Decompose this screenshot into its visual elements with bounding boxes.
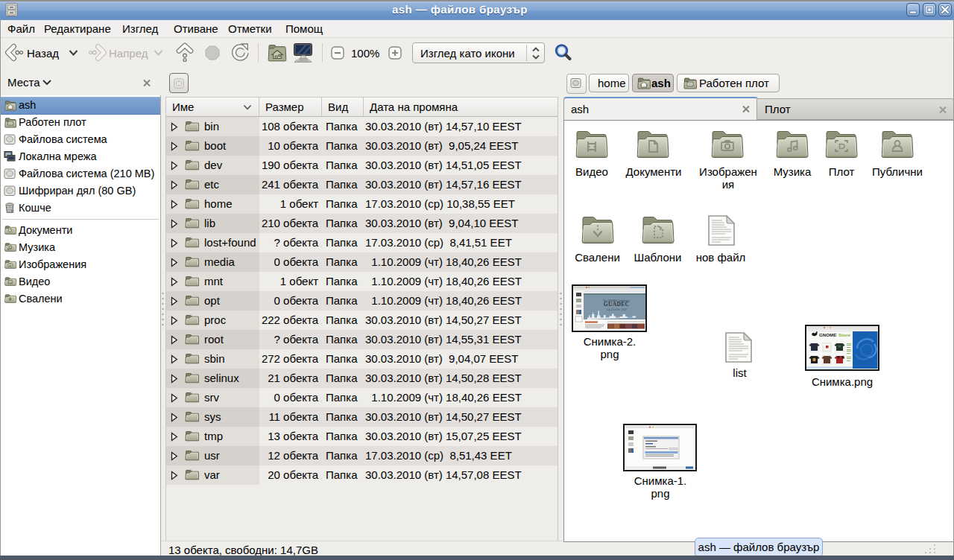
svg-text:July 24-30th, 2010: July 24-30th, 2010 xyxy=(606,308,627,311)
svg-text:GUADEC: GUADEC xyxy=(604,301,629,308)
svg-text:GNOME: GNOME xyxy=(819,332,836,337)
svg-text:Store: Store xyxy=(838,332,850,337)
